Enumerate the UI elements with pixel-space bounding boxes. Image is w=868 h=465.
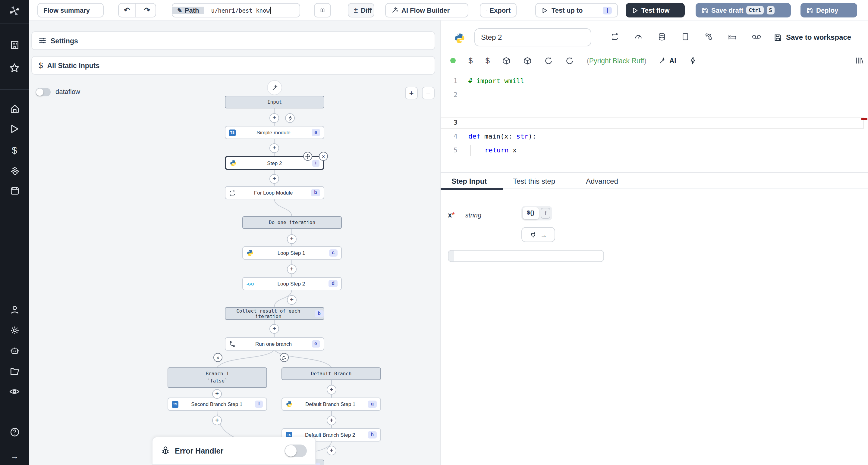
add-step-button[interactable]: +: [327, 416, 336, 425]
code-text: main(x:: [480, 133, 516, 140]
save-to-workspace-label: Save to workspace: [786, 33, 851, 41]
add-step-button[interactable]: +: [270, 143, 279, 153]
delete-step-button[interactable]: ×: [319, 152, 328, 161]
sidebar-item-runs[interactable]: [0, 121, 29, 137]
windmill-logo[interactable]: [0, 2, 29, 19]
retries-icon[interactable]: [611, 33, 619, 41]
tab-test-this-step[interactable]: Test this step: [513, 177, 555, 186]
sidebar-item-folders[interactable]: [0, 363, 29, 379]
current-line-highlight: [441, 118, 864, 129]
flow-node-default-branch[interactable]: Default Branch: [281, 367, 381, 380]
arg-value-input[interactable]: [448, 250, 604, 262]
path-input[interactable]: u/henri/best_know: [207, 7, 275, 14]
flow-node-simple-module[interactable]: TS Simple module a: [225, 126, 324, 139]
add-step-button[interactable]: +: [287, 295, 297, 305]
docs-button[interactable]: [314, 3, 331, 18]
tab-step-input[interactable]: Step Input: [452, 177, 487, 186]
node-label: For Loop Module: [236, 190, 311, 196]
bolt-icon[interactable]: [689, 57, 697, 64]
sidebar-item-favorites[interactable]: [0, 60, 29, 76]
flow-node-default-branch-step-1[interactable]: Default Branch Step 1 g: [281, 398, 381, 411]
tab-advanced[interactable]: Advanced: [586, 177, 618, 186]
ai-assistant-button[interactable]: AI: [659, 57, 676, 64]
sidebar-expand-button[interactable]: →: [0, 447, 29, 464]
ai-wand-button[interactable]: [267, 80, 282, 95]
sidebar-item-workers[interactable]: [0, 342, 29, 359]
save-draft-button[interactable]: Save draft Ctrl S: [695, 3, 791, 18]
flow-node-loop-step-2[interactable]: -GO Loop Step 2 d: [242, 277, 342, 290]
template-mode-chip[interactable]: ${}: [523, 207, 538, 220]
test-flow-button[interactable]: Test flow: [626, 3, 685, 18]
flow-node-do-one-iteration[interactable]: Do one iteration: [242, 216, 342, 229]
add-step-button[interactable]: +: [327, 385, 336, 395]
flow-summary-button[interactable]: Flow summary: [37, 3, 104, 18]
sidebar-item-schedules[interactable]: [0, 182, 29, 199]
add-step-button[interactable]: +: [287, 264, 297, 274]
gauge-icon[interactable]: [634, 33, 643, 41]
flow-node-collect-result[interactable]: Collect result of each iteration b: [225, 307, 324, 320]
flow-node-loop-step-1[interactable]: Loop Step 1 c: [242, 246, 342, 260]
library-panel-icon[interactable]: [855, 57, 864, 64]
flow-node-run-one-branch[interactable]: Run one branch e: [225, 337, 324, 351]
error-handler-toggle[interactable]: [284, 444, 307, 457]
node-label: Second Branch Step 1: [179, 401, 255, 407]
add-trigger-button[interactable]: [285, 113, 295, 123]
reload-icon[interactable]: [545, 56, 553, 65]
save-to-workspace-button[interactable]: Save to workspace: [774, 33, 851, 41]
sidebar-item-variables[interactable]: $: [0, 142, 29, 159]
sidebar-item-resources[interactable]: [0, 163, 29, 179]
concurrency-icon[interactable]: [681, 33, 689, 41]
add-step-button[interactable]: +: [327, 446, 336, 455]
assets-icon[interactable]: $: [468, 56, 472, 65]
path-label-section[interactable]: ✎ Path: [173, 7, 204, 14]
connect-input-button[interactable]: →: [521, 227, 555, 242]
deploy-button[interactable]: Deploy: [801, 3, 857, 18]
export-file-icon: [486, 7, 487, 14]
typescript-icon: TS: [229, 129, 236, 136]
undo-button[interactable]: ↶: [119, 4, 135, 17]
package-icon[interactable]: [502, 56, 511, 65]
cache-database-icon[interactable]: [658, 33, 666, 41]
flow-node-for-loop[interactable]: For Loop Module b: [225, 186, 324, 199]
test-up-to-button[interactable]: Test up to i: [535, 3, 618, 18]
sidebar-item-help[interactable]: [0, 424, 29, 440]
sidebar-item-settings[interactable]: [0, 322, 29, 338]
add-step-button[interactable]: +: [270, 324, 279, 334]
diff-button[interactable]: ± Diff: [348, 3, 374, 18]
flow-node-second-branch-step-1[interactable]: TS Second Branch Step 1 f: [167, 398, 267, 411]
add-branch-button[interactable]: [280, 353, 289, 362]
variables-icon[interactable]: $: [485, 56, 490, 65]
suspend-phone-icon[interactable]: [705, 33, 713, 41]
flow-node-input[interactable]: Input: [225, 96, 324, 108]
add-step-button[interactable]: +: [212, 389, 222, 399]
flow-node-branch-1[interactable]: Branch 1 `false`: [167, 367, 267, 388]
add-step-button[interactable]: +: [287, 234, 297, 244]
error-handler-bar[interactable]: Error Handler: [152, 437, 316, 465]
redo-button[interactable]: ↷: [138, 4, 156, 17]
export-button[interactable]: Export: [480, 3, 517, 18]
step-title-input[interactable]: [474, 28, 591, 46]
add-step-button[interactable]: +: [270, 113, 279, 123]
package-icon[interactable]: [524, 56, 532, 65]
mock-voicemail-icon[interactable]: [752, 33, 761, 41]
function-mode-chip[interactable]: f: [540, 208, 550, 219]
sleep-icon[interactable]: [728, 33, 737, 41]
move-step-button[interactable]: [303, 152, 312, 161]
sidebar-item-home[interactable]: [0, 100, 29, 117]
lint-status[interactable]: (Pyright Black Ruff): [587, 57, 647, 64]
remove-branch-button[interactable]: ×: [213, 353, 222, 362]
plus-icon: +: [290, 297, 293, 303]
close-icon: ×: [216, 355, 220, 361]
flow-canvas[interactable]: Settings $ All Static Inputs dataflow + …: [29, 21, 440, 465]
sidebar-item-audit-logs[interactable]: [0, 383, 29, 400]
code-editor[interactable]: 1 2 3 4 5 # import wmill def main(x: str…: [441, 72, 868, 172]
sidebar-item-users[interactable]: [0, 301, 29, 318]
code-type: str: [516, 133, 528, 140]
code-line-1: # import wmill: [468, 77, 524, 85]
add-step-button[interactable]: +: [212, 416, 222, 425]
add-step-button[interactable]: +: [270, 174, 279, 184]
sidebar-item-workspace[interactable]: [0, 36, 29, 53]
ai-flow-builder-button[interactable]: AI Flow Builder: [385, 3, 468, 18]
python-icon: [247, 250, 254, 257]
reload-icon[interactable]: [566, 56, 574, 65]
